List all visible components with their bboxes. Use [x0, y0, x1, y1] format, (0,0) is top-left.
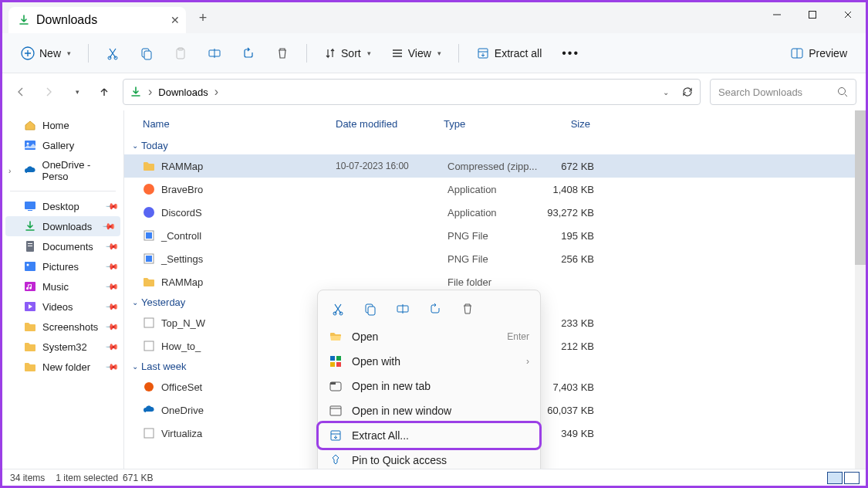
- file-row[interactable]: _ControllPNG File195 KB: [124, 224, 866, 247]
- new-tab-button[interactable]: +: [191, 10, 215, 26]
- sidebar-item-pictures[interactable]: Pictures📌: [2, 256, 123, 276]
- breadcrumb[interactable]: Downloads: [158, 86, 208, 98]
- folder-icon: [24, 361, 36, 373]
- svg-point-26: [144, 184, 154, 195]
- rename-button[interactable]: [200, 42, 229, 65]
- svg-point-34: [144, 382, 154, 391]
- copy-button[interactable]: [132, 42, 161, 65]
- copy-icon[interactable]: [363, 301, 378, 317]
- image-icon: [143, 427, 155, 439]
- menu-open-tab[interactable]: Open in new tab: [318, 374, 540, 398]
- extract-icon: [476, 46, 490, 60]
- context-menu: OpenEnter Open with› Open in new tab Ope…: [317, 290, 541, 469]
- new-icon: [21, 46, 35, 60]
- col-size[interactable]: Size: [536, 118, 590, 130]
- share-icon[interactable]: [427, 301, 443, 317]
- close-window-button[interactable]: [830, 2, 866, 27]
- address-bar[interactable]: › Downloads › ⌄: [123, 79, 701, 105]
- back-button[interactable]: [12, 83, 30, 101]
- delete-button[interactable]: [268, 42, 297, 65]
- tiles-view-button[interactable]: [844, 472, 860, 484]
- menu-open-with[interactable]: Open with›: [318, 349, 540, 374]
- file-row[interactable]: RAMMap 10-07-2023 16:00 Compressed (zipp…: [124, 154, 866, 178]
- group-today[interactable]: ⌄Today: [124, 137, 866, 154]
- scrollbar[interactable]: [855, 110, 866, 469]
- file-row[interactable]: _SettingsPNG File256 KB: [124, 247, 866, 270]
- rename-icon[interactable]: [395, 301, 410, 317]
- svg-rect-47: [330, 382, 336, 385]
- paste-button[interactable]: [166, 42, 195, 65]
- view-icon: [391, 47, 404, 59]
- sidebar: Home Gallery ›OneDrive - Perso Desktop📌 …: [2, 110, 124, 469]
- svg-point-23: [27, 264, 29, 266]
- svg-rect-45: [336, 362, 341, 367]
- menu-open[interactable]: OpenEnter: [318, 324, 540, 349]
- status-selection: 1 item selected: [56, 473, 118, 483]
- file-row[interactable]: DiscordSApplication93,272 KB: [124, 201, 866, 224]
- file-row[interactable]: BraveBroApplication1,408 KB: [124, 178, 866, 201]
- sidebar-item-desktop[interactable]: Desktop📌: [2, 196, 123, 216]
- extract-all-button[interactable]: Extract all: [468, 42, 549, 65]
- extract-icon: [329, 429, 343, 442]
- svg-rect-39: [368, 307, 375, 315]
- preview-button[interactable]: Preview: [782, 42, 855, 65]
- svg-rect-33: [144, 341, 154, 351]
- col-name[interactable]: Name: [143, 118, 336, 130]
- svg-rect-21: [28, 246, 32, 246]
- sidebar-item-music[interactable]: Music📌: [2, 276, 123, 297]
- view-button[interactable]: View▾: [383, 42, 449, 64]
- chevron-down-icon[interactable]: ⌄: [663, 88, 669, 97]
- chevron-down-icon: ▾: [67, 49, 71, 57]
- menu-pin-quick[interactable]: Pin to Quick access: [318, 448, 540, 469]
- menu-open-window[interactable]: Open in new window: [318, 398, 540, 423]
- tab-icon: [329, 379, 343, 393]
- col-date[interactable]: Date modified: [336, 118, 444, 130]
- maximize-button[interactable]: [795, 2, 830, 27]
- sort-button[interactable]: Sort▾: [316, 42, 379, 64]
- svg-point-13: [839, 88, 846, 95]
- address-row: ▾ › Downloads › ⌄ Search Downloads: [2, 73, 866, 110]
- tab-downloads[interactable]: Downloads ✕: [8, 7, 186, 33]
- svg-rect-17: [25, 202, 35, 209]
- image-icon: [143, 229, 155, 242]
- up-button[interactable]: [95, 83, 113, 101]
- col-type[interactable]: Type: [444, 118, 536, 130]
- titlebar: Downloads ✕ +: [2, 2, 866, 33]
- sidebar-item-gallery[interactable]: Gallery: [2, 135, 123, 155]
- menu-extract-all[interactable]: Extract All...: [318, 423, 540, 448]
- svg-rect-32: [144, 318, 154, 327]
- refresh-button[interactable]: [681, 86, 694, 98]
- sidebar-item-downloads[interactable]: Downloads📌: [5, 216, 120, 236]
- more-button[interactable]: •••: [554, 42, 587, 65]
- svg-point-16: [27, 143, 29, 145]
- delete-icon[interactable]: [460, 301, 475, 317]
- cut-button[interactable]: [98, 42, 127, 65]
- recent-button[interactable]: ▾: [67, 83, 86, 101]
- rename-icon: [208, 46, 221, 60]
- sidebar-item-home[interactable]: Home: [2, 115, 123, 135]
- folder-icon: [143, 276, 155, 288]
- cut-icon[interactable]: [330, 301, 346, 317]
- app-icon: [143, 206, 155, 219]
- minimize-button[interactable]: [759, 2, 795, 27]
- details-view-button[interactable]: [827, 472, 843, 484]
- sidebar-item-newfolder[interactable]: New folder📌: [2, 357, 123, 377]
- sidebar-item-onedrive[interactable]: ›OneDrive - Perso: [2, 155, 123, 186]
- column-headers[interactable]: Name Date modified Type Size: [124, 110, 866, 137]
- sidebar-item-documents[interactable]: Documents📌: [2, 236, 123, 256]
- open-with-icon: [329, 354, 343, 368]
- cloud-icon: [143, 404, 155, 416]
- new-button[interactable]: New ▾: [13, 42, 79, 65]
- search-input[interactable]: Search Downloads: [710, 79, 856, 105]
- svg-line-14: [845, 94, 847, 97]
- svg-point-27: [144, 207, 154, 218]
- forward-button[interactable]: [39, 83, 58, 101]
- sidebar-item-videos[interactable]: Videos📌: [2, 297, 123, 317]
- sidebar-item-screenshots[interactable]: Screenshots📌: [2, 317, 123, 337]
- share-button[interactable]: [234, 42, 263, 65]
- download-icon: [130, 86, 142, 98]
- svg-rect-18: [28, 210, 32, 211]
- sidebar-item-system32[interactable]: System32📌: [2, 337, 123, 357]
- close-tab-icon[interactable]: ✕: [171, 14, 180, 26]
- home-icon: [24, 119, 36, 131]
